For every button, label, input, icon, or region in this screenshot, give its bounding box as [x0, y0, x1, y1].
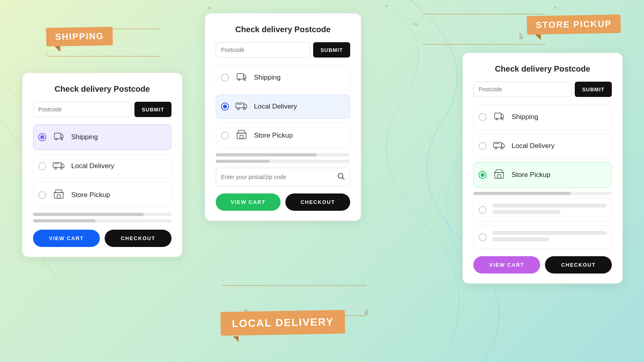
- card-right-postcode-row: SUBMIT: [473, 82, 612, 97]
- card-center-local-option[interactable]: Local Delivery: [216, 95, 350, 119]
- card-right-checkout-button[interactable]: CHECKOUT: [545, 256, 612, 274]
- card-left-store-label: Store Pickup: [71, 191, 110, 199]
- card-right-view-cart-button[interactable]: VIEW CART: [473, 256, 540, 274]
- card-right-title: Check delivery Postcode: [473, 64, 612, 74]
- card-right-shipping-radio[interactable]: [479, 113, 487, 121]
- card-right-skeleton-text-1: [492, 204, 607, 216]
- svg-point-41: [502, 118, 503, 120]
- card-left-btn-row: VIEW CART CHECKOUT: [33, 230, 171, 247]
- svg-rect-28: [54, 193, 63, 198]
- card-right-store-label: Store Pickup: [512, 171, 550, 179]
- card-center-checkout-button[interactable]: CHECKOUT: [285, 193, 350, 211]
- card-left-shipping-label: Shipping: [71, 133, 98, 141]
- store-pickup-icon: [52, 188, 66, 202]
- card-center-scroll-thumb: [216, 153, 317, 156]
- shipping-banner: SHIPPING: [46, 27, 113, 47]
- card-right: Check delivery Postcode SUBMIT Shipping: [462, 52, 623, 284]
- card-center-scroll-thumb2: [216, 160, 270, 163]
- card-left-submit-button[interactable]: SUBMIT: [134, 102, 171, 117]
- card-center-submit-button[interactable]: SUBMIT: [313, 42, 350, 58]
- card-right-skeleton-radio-2[interactable]: [479, 233, 487, 241]
- local-delivery-icon: [52, 160, 66, 172]
- store-pickup-banner-label: STORE PICKUP: [536, 19, 612, 30]
- svg-point-44: [501, 147, 503, 149]
- skeleton-line-1: [492, 204, 607, 208]
- card-left-scroll-thumb: [33, 213, 144, 216]
- svg-rect-25: [53, 162, 61, 167]
- svg-rect-22: [54, 133, 61, 139]
- svg-marker-21: [365, 310, 367, 315]
- card-center-store-option[interactable]: Store Pickup: [216, 123, 350, 148]
- card-center-shipping-radio[interactable]: [221, 74, 229, 82]
- card-center-postcode-input[interactable]: [216, 42, 310, 58]
- card-left: Check delivery Postcode SUBMIT Shipping: [22, 72, 183, 257]
- card-left-store-radio[interactable]: [38, 191, 46, 199]
- svg-point-24: [61, 138, 63, 140]
- card-right-local-radio[interactable]: [479, 142, 487, 150]
- card-left-local-option[interactable]: Local Delivery: [33, 154, 171, 178]
- center-store-icon: [235, 129, 248, 142]
- svg-rect-37: [240, 135, 243, 139]
- search-icon[interactable]: [337, 172, 345, 182]
- card-right-btn-row: VIEW CART CHECKOUT: [473, 256, 612, 274]
- svg-rect-39: [495, 113, 501, 119]
- card-left-shipping-radio[interactable]: [38, 133, 46, 141]
- card-right-skeleton-row-1: [473, 198, 612, 222]
- svg-line-13: [45, 53, 47, 56]
- card-right-local-label: Local Delivery: [512, 142, 555, 150]
- card-left-shipping-option[interactable]: Shipping: [33, 124, 171, 150]
- svg-point-23: [56, 138, 57, 140]
- card-left-title: Check delivery Postcode: [33, 84, 171, 94]
- svg-point-35: [244, 108, 246, 110]
- card-right-scroll-thumb: [473, 192, 570, 195]
- card-center-store-label: Store Pickup: [254, 132, 293, 140]
- card-center-search-input[interactable]: [221, 174, 334, 180]
- card-center-shipping-option[interactable]: Shipping: [216, 65, 350, 90]
- svg-marker-17: [520, 33, 522, 39]
- svg-point-32: [244, 79, 246, 80]
- card-left-postcode-input[interactable]: [33, 102, 131, 117]
- card-left-local-radio[interactable]: [38, 162, 46, 170]
- card-right-local-option[interactable]: Local Delivery: [473, 134, 612, 158]
- svg-rect-36: [237, 133, 246, 139]
- card-left-scroll-thumb2: [33, 219, 95, 222]
- center-shipping-icon: [235, 71, 248, 84]
- card-left-store-option[interactable]: Store Pickup: [33, 182, 171, 208]
- card-center-local-radio[interactable]: [221, 103, 229, 111]
- card-center-store-radio[interactable]: [221, 132, 229, 140]
- svg-point-0: [208, 7, 211, 9]
- local-delivery-banner: LOCAL DELIVERY: [221, 310, 345, 335]
- card-center: Check delivery Postcode SUBMIT Shipping: [204, 13, 361, 221]
- svg-rect-42: [493, 142, 502, 147]
- svg-point-26: [55, 167, 57, 169]
- store-pickup-banner: STORE PICKUP: [527, 14, 621, 35]
- svg-rect-30: [237, 74, 244, 79]
- svg-point-27: [61, 167, 63, 169]
- center-local-icon: [235, 101, 248, 113]
- card-center-search-row: [216, 168, 350, 186]
- svg-rect-29: [57, 195, 60, 198]
- card-left-postcode-row: SUBMIT: [33, 102, 171, 117]
- card-center-view-cart-button[interactable]: VIEW CART: [216, 193, 281, 211]
- right-store-icon: [492, 168, 506, 182]
- card-right-skeleton-row-2: [473, 226, 612, 249]
- svg-marker-7: [417, 23, 419, 27]
- card-center-scroll2: [216, 160, 350, 163]
- card-center-btn-row: VIEW CART CHECKOUT: [216, 193, 350, 211]
- card-center-postcode-row: SUBMIT: [216, 42, 350, 58]
- right-local-icon: [492, 140, 506, 152]
- skeleton-line-3: [492, 231, 607, 235]
- card-right-submit-button[interactable]: SUBMIT: [575, 82, 612, 97]
- svg-point-43: [495, 147, 497, 149]
- card-center-scroll: [216, 153, 350, 156]
- card-left-checkout-button[interactable]: CHECKOUT: [105, 230, 171, 247]
- card-right-store-option[interactable]: Store Pickup: [473, 162, 612, 188]
- card-right-skeleton-radio-1[interactable]: [479, 206, 487, 214]
- card-left-view-cart-button[interactable]: VIEW CART: [33, 230, 100, 247]
- card-right-shipping-option[interactable]: Shipping: [473, 104, 612, 130]
- card-right-postcode-input[interactable]: [473, 82, 572, 97]
- card-right-store-radio[interactable]: [479, 171, 487, 179]
- shipping-icon: [52, 130, 66, 144]
- skeleton-line-2: [492, 210, 561, 214]
- svg-rect-33: [236, 103, 244, 108]
